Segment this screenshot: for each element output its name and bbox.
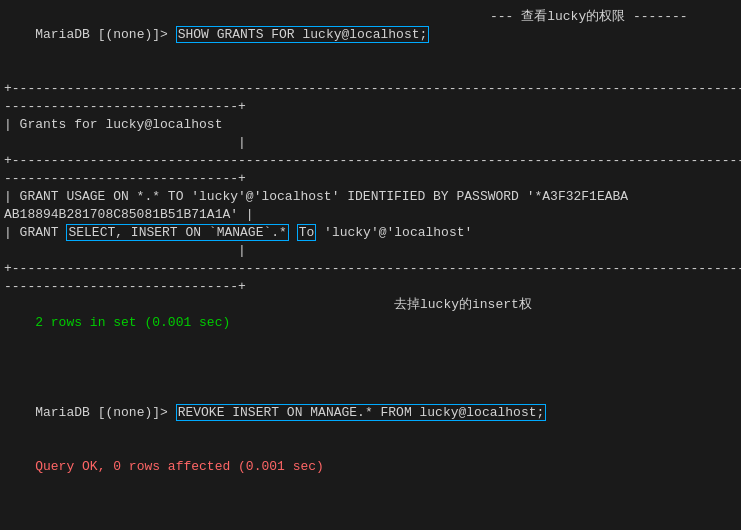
grant-usage-1b: AB18894B281708C85081B51B71A1A' | — [4, 206, 737, 224]
grant-select-insert: | GRANT SELECT, INSERT ON `MANAGE`.* To … — [4, 224, 737, 242]
line-show2: MariaDB [(none)]> SHOW GRANTS FOR lucky@… — [4, 512, 737, 530]
grant-cont: | — [4, 242, 737, 260]
table-row-1b: | — [4, 134, 737, 152]
line-revoke: MariaDB [(none)]> REVOKE INSERT ON MANAG… — [4, 386, 737, 440]
annotation-1: --- 查看lucky的权限 ------- — [490, 8, 688, 26]
result-rows: 2 rows in set (0.001 sec) 去掉lucky的insert… — [4, 296, 737, 368]
terminal: MariaDB [(none)]> SHOW GRANTS FOR lucky@… — [0, 0, 741, 530]
to-highlight: To — [297, 224, 317, 241]
blank-2 — [4, 494, 737, 512]
query-ok: Query OK, 0 rows affected (0.001 sec) — [4, 440, 737, 494]
blank-1 — [4, 368, 737, 386]
query-ok-text: Query OK, 0 rows affected (0.001 sec) — [35, 459, 324, 474]
table-row-1: | Grants for lucky@localhost — [4, 116, 737, 134]
select-insert-highlight: SELECT, INSERT ON `MANAGE`.* — [66, 224, 288, 241]
sep-3b: ------------------------------+ — [4, 278, 737, 296]
command-1: SHOW GRANTS FOR lucky@localhost; — [176, 26, 430, 43]
result-text: 2 rows in set (0.001 sec) — [35, 315, 230, 330]
sep-3a: +---------------------------------------… — [4, 260, 737, 278]
command-revoke: REVOKE INSERT ON MANAGE.* FROM lucky@loc… — [176, 404, 547, 421]
sep-2a: +---------------------------------------… — [4, 152, 737, 170]
prompt-2: MariaDB [(none)]> — [35, 405, 175, 420]
annotation-remove: 去掉lucky的insert权 — [394, 296, 532, 314]
grant-usage-1: | GRANT USAGE ON *.* TO 'lucky'@'localho… — [4, 188, 737, 206]
sep-2b: ------------------------------+ — [4, 170, 737, 188]
sep-1b: ------------------------------+ — [4, 98, 737, 116]
prompt-1: MariaDB [(none)]> — [35, 27, 175, 42]
sep-1a: +---------------------------------------… — [4, 80, 737, 98]
line-1: MariaDB [(none)]> SHOW GRANTS FOR lucky@… — [4, 8, 737, 80]
